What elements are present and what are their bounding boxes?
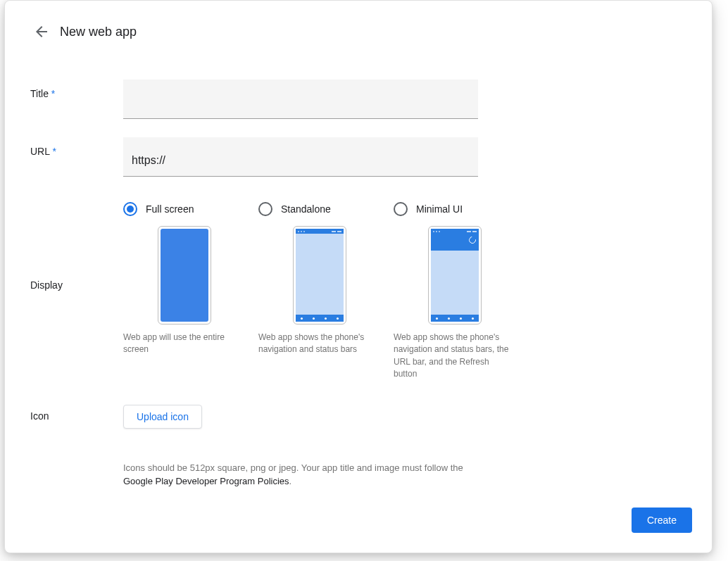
phone-preview-standalone: [258, 226, 381, 324]
label-icon: Icon: [30, 405, 123, 422]
phone-status-bar: [296, 229, 344, 234]
option-full-screen: Full screen Web app will use the entire …: [123, 202, 246, 381]
phone-status-bar: [431, 229, 479, 234]
phone-preview-minimal: [394, 226, 516, 324]
radio-icon: [394, 202, 408, 216]
required-mark: *: [51, 88, 55, 99]
upload-icon-button[interactable]: Upload icon: [123, 405, 202, 429]
icon-field-col: Upload icon Icons should be 512px square…: [123, 405, 478, 488]
phone-nav-bar: [431, 315, 479, 322]
row-url: URL *: [30, 137, 686, 177]
refresh-icon: [467, 235, 477, 245]
phone-nav-bar: [296, 315, 344, 322]
icon-note: Icons should be 512px square, png or jpe…: [123, 461, 478, 488]
policies-link[interactable]: Google Play Developer Program Policies: [123, 476, 289, 486]
title-input[interactable]: [123, 80, 478, 119]
title-field-col: [123, 80, 478, 119]
radio-icon: [258, 202, 272, 216]
radio-standalone[interactable]: Standalone: [258, 202, 381, 216]
option-label: Minimal UI: [416, 203, 463, 215]
label-url-text: URL: [30, 146, 50, 157]
required-mark: *: [52, 146, 56, 157]
phone-icon: [158, 226, 211, 324]
create-button[interactable]: Create: [632, 508, 692, 533]
icon-note-text: Icons should be 512px square, png or jpe…: [123, 462, 463, 473]
icon-note-tail: .: [289, 476, 292, 486]
phone-body: [431, 251, 479, 315]
phone-body: [296, 234, 344, 315]
option-desc: Web app shows the phone's navigation and…: [394, 332, 516, 381]
label-title-text: Title: [30, 88, 49, 99]
phone-icon: [293, 226, 346, 324]
display-options: Full screen Web app will use the entire …: [123, 202, 503, 381]
url-input[interactable]: [123, 137, 478, 177]
option-label: Full screen: [146, 203, 194, 215]
row-icon: Icon Upload icon Icons should be 512px s…: [30, 405, 686, 488]
label-url: URL *: [30, 137, 123, 157]
back-arrow-icon[interactable]: [33, 23, 50, 40]
option-desc: Web app shows the phone's navigation and…: [258, 332, 381, 356]
option-standalone: Standalone: [258, 202, 381, 381]
row-title: Title *: [30, 80, 686, 119]
row-display: Display Full screen Web app will use the…: [30, 202, 686, 381]
radio-full-screen[interactable]: Full screen: [123, 202, 246, 216]
page-title: New web app: [60, 25, 137, 39]
phone-body: [161, 229, 208, 322]
option-desc: Web app will use the entire screen: [123, 332, 246, 356]
dialog-header: New web app: [33, 23, 686, 40]
label-title: Title *: [30, 80, 123, 99]
url-field-col: [123, 137, 478, 177]
option-label: Standalone: [281, 203, 331, 215]
phone-url-bar: [431, 234, 479, 251]
form: Title * URL * Display Full s: [30, 80, 686, 488]
phone-preview-full: [123, 226, 246, 324]
label-display: Display: [30, 202, 123, 291]
option-minimal-ui: Minimal UI: [394, 202, 516, 381]
dialog-card: New web app Title * URL * Display: [4, 0, 713, 553]
radio-icon: [123, 202, 137, 216]
radio-minimal-ui[interactable]: Minimal UI: [394, 202, 516, 216]
phone-icon: [428, 226, 482, 324]
